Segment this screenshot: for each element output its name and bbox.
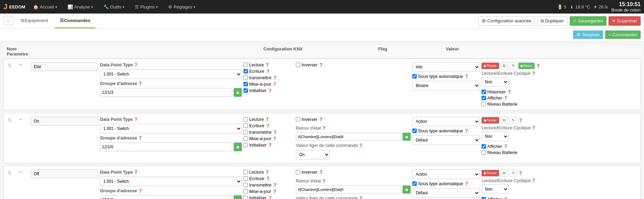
tab-equipement[interactable]: ⚙ Equipement (16, 14, 53, 28)
cmd3-inverser-checkbox[interactable] (296, 170, 300, 174)
cmd1-sous-type-select[interactable]: Binaire (412, 81, 480, 90)
cmd1-edit-button[interactable]: ✎ (509, 62, 517, 69)
template-button[interactable]: ⚙ Template (573, 30, 603, 39)
cmd3-edit-button[interactable]: ✎ (509, 170, 517, 177)
cmd2-niveau-batterie-checkbox[interactable] (482, 150, 486, 155)
sauvegarder-button[interactable]: ✓ Sauvegarder (570, 16, 607, 26)
sort-icon[interactable]: ⇅ (7, 62, 17, 69)
cmd3-flag-transmettre[interactable]: transmettre ❓ (243, 182, 294, 187)
cmd2-non-select[interactable]: Non (482, 132, 509, 141)
cmd2-flag-miseajour[interactable]: Mise-à-jour ❓ (243, 136, 294, 141)
sort-icon[interactable]: ⇅ (7, 117, 17, 123)
cmd3-transmettre-checkbox[interactable] (243, 183, 248, 187)
cmd2-edit-button[interactable]: ✎ (509, 117, 517, 124)
remove-cmd1-button[interactable]: − (19, 62, 29, 68)
cmd1-groupe-input[interactable] (100, 88, 232, 97)
cmd1-miseajour-checkbox[interactable] (243, 82, 248, 86)
cmd1-historiser-checkbox[interactable] (482, 90, 486, 94)
cmd1-copy-button[interactable]: ⧉ (500, 62, 508, 69)
cmd2-groupe-btn[interactable]: ■ (234, 142, 242, 151)
dupliquer-button[interactable]: ⧉ Dupliquer (537, 16, 568, 26)
cmd3-ecriture-checkbox[interactable] (243, 176, 248, 181)
cmd2-tester-button[interactable]: ▶Tester (482, 117, 499, 124)
cmd2-afficher[interactable]: Afficher ❓ (482, 144, 637, 149)
nav-plugins[interactable]: ☰ Plugins ▾ (132, 0, 160, 14)
cmd1-afficher[interactable]: Afficher ❓ (482, 95, 637, 101)
cmd2-transmettre-checkbox[interactable] (243, 130, 248, 134)
cmd3-flag-ecriture[interactable]: Ecriture ❓ (243, 176, 294, 181)
cmd1-flag-initialiser[interactable]: Initialiser ❓ (243, 88, 294, 93)
cmd2-initialiser-checkbox[interactable] (243, 143, 248, 147)
cmd2-lecture-checkbox[interactable] (243, 117, 248, 121)
cmd3-sous-type-auto-checkbox[interactable] (412, 181, 417, 186)
cmd2-retour-input[interactable] (296, 133, 401, 141)
nav-outils[interactable]: 🔧 Outils ▾ (101, 0, 127, 14)
cmd3-name-input[interactable] (31, 170, 98, 178)
add-commandes-button[interactable]: + Commandes (605, 30, 641, 39)
tab-commandes[interactable]: ☰ Commandes (55, 14, 95, 28)
cmd1-tester-button[interactable]: ▶Tester (482, 63, 499, 69)
cmd2-copy-button[interactable]: ⧉ (500, 117, 508, 124)
cmd2-sous-type-auto-checkbox[interactable] (412, 129, 417, 133)
cmd1-ecriture-checkbox[interactable] (243, 69, 248, 73)
cmd2-retour-btn[interactable]: ■ (403, 133, 411, 141)
cmd2-flag-lecture[interactable]: Lecture ❓ (243, 117, 294, 122)
cmd3-groupe-input[interactable] (100, 195, 232, 199)
cmd3-miseajour-checkbox[interactable] (243, 189, 248, 194)
cmd1-groupe-btn[interactable]: ■ (234, 88, 242, 97)
back-button[interactable]: ← (3, 17, 14, 25)
cmd1-read-button[interactable]: ▶Read (518, 63, 535, 69)
cmd2-flag-ecriture[interactable]: Ecriture ❓ (243, 123, 294, 128)
cmd2-vf-select[interactable]: On (296, 150, 330, 159)
cmd3-lecture-checkbox[interactable] (243, 170, 248, 174)
cmd2-groupe-input[interactable] (100, 142, 232, 151)
cmd3-dpt-select[interactable]: 1.001 - Switch (100, 177, 242, 186)
cmd2-flag-transmettre[interactable]: transmettre ❓ (243, 130, 294, 135)
cmd3-non-select[interactable]: Non (482, 184, 509, 194)
config-avancee-button[interactable]: ⚙ Configuration avancée (478, 16, 535, 26)
cmd3-sous-type-select[interactable]: Défaut (412, 188, 480, 198)
cmd2-param-type-select[interactable]: Action Info (412, 117, 480, 126)
cmd3-initialiser-checkbox[interactable] (243, 196, 248, 199)
supprimer-button[interactable]: ✕ Supprimer (609, 16, 641, 26)
cmd3-flag-lecture[interactable]: Lecture ❓ (243, 170, 294, 175)
cmd2-afficher-checkbox[interactable] (482, 144, 486, 149)
cmd2-dpt-select[interactable]: 1.001 - Switch (100, 124, 242, 133)
cmd1-initialiser-checkbox[interactable] (243, 88, 248, 93)
cmd2-inverser-checkbox[interactable] (296, 117, 300, 121)
cmd3-flag-initialiser[interactable]: Initialiser ❓ (243, 195, 294, 199)
remove-cmd2-button[interactable]: − (19, 117, 29, 122)
cmd2-miseajour-checkbox[interactable] (243, 136, 248, 141)
nav-accueil[interactable]: 🏠 Accueil ▾ (30, 0, 60, 14)
cmd1-niveau-batterie[interactable]: Niveau Batterie (482, 102, 637, 107)
cmd2-sous-type-select[interactable]: Défaut (412, 135, 480, 145)
cmd2-sous-type-auto[interactable]: Sous type automatique ❓ (412, 128, 480, 133)
cmd3-tester-button[interactable]: ▶Tester (482, 170, 499, 176)
cmd1-transmettre-checkbox[interactable] (243, 75, 248, 80)
cmd3-retour-input[interactable] (296, 185, 401, 194)
cmd1-non-select[interactable]: Non (482, 77, 509, 87)
sort-icon[interactable]: ⇅ (7, 170, 17, 176)
cmd2-name-input[interactable] (31, 117, 98, 126)
cmd3-retour-btn[interactable]: ■ (403, 185, 411, 194)
cmd2-niveau-batterie[interactable]: Niveau Batterie (482, 150, 637, 155)
cmd1-flag-ecriture[interactable]: Ecriture ❓ (243, 69, 294, 74)
cmd1-inverser-checkbox[interactable] (296, 63, 300, 67)
cmd3-copy-button[interactable]: ⧉ (500, 170, 508, 177)
nav-analyse[interactable]: 📊 Analyse ▾ (65, 0, 96, 14)
cmd1-flag-transmettre[interactable]: transmettre ❓ (243, 75, 294, 80)
cmd1-dpt-select[interactable]: 1.001 - Switch (100, 69, 242, 79)
cmd1-param-type-select[interactable]: Info Action (412, 62, 480, 72)
cmd3-groupe-btn[interactable]: ■ (234, 195, 242, 199)
cmd1-afficher-checkbox[interactable] (482, 96, 486, 100)
cmd2-flag-initialiser[interactable]: Initialiser ❓ (243, 142, 294, 148)
cmd3-afficher-checkbox[interactable] (482, 197, 486, 199)
cmd1-sous-type-auto-checkbox[interactable] (412, 74, 417, 79)
cmd1-historiser[interactable]: Historiser ❓ (482, 89, 637, 94)
cmd1-flag-lecture[interactable]: Lecture ❓ (243, 62, 294, 67)
cmd1-lecture-checkbox[interactable] (243, 63, 248, 67)
nav-reglages[interactable]: ⚙ Réglages ▾ (165, 0, 198, 14)
cmd3-flag-miseajour[interactable]: Mise-à-jour ❓ (243, 189, 294, 194)
cmd1-sous-type-auto[interactable]: Sous type automatique ❓ (412, 74, 480, 79)
cmd2-ecriture-checkbox[interactable] (243, 124, 248, 128)
